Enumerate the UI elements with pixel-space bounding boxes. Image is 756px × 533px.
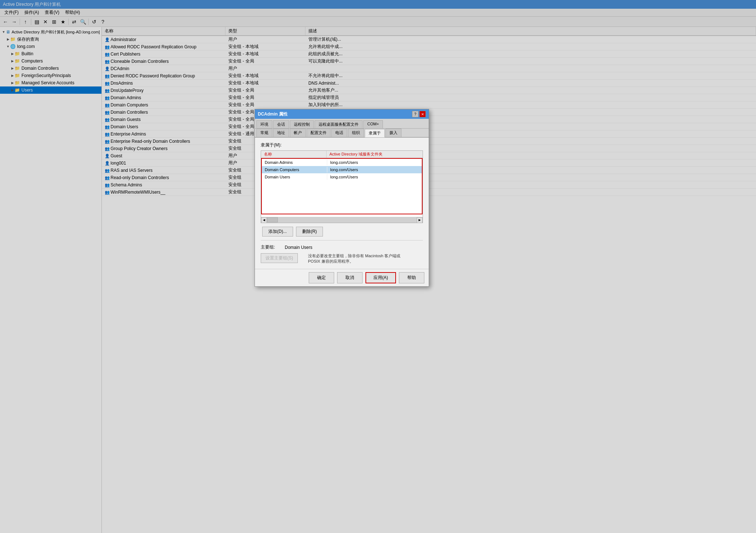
tab-address[interactable]: 地址 bbox=[273, 129, 289, 137]
list-row[interactable]: 👥Denied RODC Password Replication Group … bbox=[102, 72, 756, 80]
title-bar: Active Directory 用户和计算机 bbox=[0, 0, 756, 9]
ok-button[interactable]: 确定 bbox=[309, 272, 334, 283]
cancel-button[interactable]: 取消 bbox=[337, 272, 363, 283]
list-header: 名称 类型 描述 bbox=[102, 27, 756, 36]
header-name[interactable]: 名称 bbox=[102, 27, 225, 35]
list-row[interactable]: 👥Cloneable Domain Controllers 安全组 - 全局 可… bbox=[102, 58, 756, 65]
tab-session[interactable]: 会话 bbox=[273, 120, 289, 128]
list-row[interactable]: 👥Domain Admins 安全组 - 全局 指定的域管理员 bbox=[102, 94, 756, 101]
dialog-title-bar: DCAdmin 属性 ? ✕ bbox=[255, 109, 429, 119]
tab-dialin[interactable]: 拨入 bbox=[385, 129, 401, 137]
up-btn[interactable]: ↑ bbox=[21, 18, 29, 26]
list-cell-name: 👥Domain Controllers bbox=[102, 109, 225, 115]
tree-item-longcom[interactable]: ▼ 🌐 long.com bbox=[0, 43, 101, 50]
list-cell-name: 👤Administrator bbox=[102, 37, 225, 43]
list-cell-desc: DNS Administ... bbox=[305, 80, 756, 86]
list-cell-name: 👥Schema Admins bbox=[102, 182, 225, 188]
list-row[interactable]: 👥Domain Computers 安全组 - 全局 加入到域中的所... bbox=[102, 101, 756, 109]
list-cell-desc: 允许其他客户... bbox=[305, 87, 756, 94]
member-row-1[interactable]: Domain Computers long.com/Users bbox=[262, 166, 422, 173]
list-cell-name: 👥Cert Publishers bbox=[102, 51, 225, 57]
member-data-table: Domain Admins long.com/Users Domain Comp… bbox=[261, 158, 423, 214]
member-table-container: 名称 Active Directory 域服务文件夹 Domain Admins… bbox=[261, 150, 423, 223]
add-button[interactable]: 添加(D)... bbox=[262, 227, 293, 237]
list-row[interactable]: 👥Allowed RODC Password Replication Group… bbox=[102, 43, 756, 51]
list-cell-name: 👥Read-only Domain Controllers bbox=[102, 175, 225, 181]
root-expand-icon: ▼ bbox=[1, 30, 6, 34]
tab-member-of[interactable]: 隶属于 bbox=[365, 129, 385, 137]
tab-phone[interactable]: 电话 bbox=[331, 129, 347, 137]
primary-group-label: 主要组: bbox=[261, 244, 279, 250]
tab-remote-ctrl[interactable]: 远程控制 bbox=[290, 120, 314, 128]
show-hide-btn[interactable]: ▤ bbox=[33, 18, 41, 26]
add-remove-row: 添加(D)... 删除(R) bbox=[261, 227, 423, 237]
delete-btn[interactable]: ✕ bbox=[41, 18, 49, 26]
tab-general[interactable]: 常规 bbox=[256, 129, 272, 137]
tab-account[interactable]: 帐户 bbox=[290, 129, 306, 137]
msa-folder-icon: 📁 bbox=[15, 80, 20, 85]
tree-root[interactable]: ▼ 🖥 Active Directory 用户和计算机 [long-AD.lon… bbox=[0, 28, 101, 36]
list-cell-name: 👥WinRMRemoteWMIUsers__ bbox=[102, 189, 225, 195]
list-row[interactable]: 👤DCAdmin 用户 bbox=[102, 65, 756, 72]
tab-env[interactable]: 环境 bbox=[256, 120, 272, 128]
tree-item-saved[interactable]: ▶ 📁 保存的查询 bbox=[0, 36, 101, 43]
tab-rds-profile[interactable]: 远程桌面服务配置文件 bbox=[315, 120, 363, 128]
tab-profile[interactable]: 配置文件 bbox=[307, 129, 331, 137]
hscroll-right[interactable]: ▶ bbox=[417, 217, 423, 223]
remove-button[interactable]: 删除(R) bbox=[296, 227, 323, 237]
menu-bar: 文件(F) 操作(A) 查看(V) 帮助(H) bbox=[0, 9, 756, 17]
help-button[interactable]: 帮助 bbox=[399, 272, 424, 283]
tree-item-users[interactable]: ▶ 📁 Users bbox=[0, 86, 101, 94]
list-cell-type: 安全组 - 本地域 bbox=[225, 51, 305, 57]
hscroll-track[interactable] bbox=[267, 217, 417, 223]
set-primary-btn[interactable]: 设置主要组(S) bbox=[261, 253, 298, 263]
header-type[interactable]: 类型 bbox=[225, 27, 305, 35]
list-row[interactable]: 👥DnsAdmins 安全组 - 本地域 DNS Administ... bbox=[102, 80, 756, 87]
member-row-2[interactable]: Domain Users long.com/Users bbox=[262, 173, 422, 181]
apply-button[interactable]: 应用(A) bbox=[365, 272, 396, 283]
dialog-tabs-row1: 环境 会话 远程控制 远程桌面服务配置文件 COM+ bbox=[255, 119, 429, 129]
dialog-tabs-row2: 常规 地址 帐户 配置文件 电话 组织 隶属于 拨入 bbox=[255, 129, 429, 138]
tree-item-dc[interactable]: ▶ 📁 Domain Controllers bbox=[0, 65, 101, 72]
hscroll-thumb[interactable] bbox=[267, 217, 278, 222]
tab-org[interactable]: 组织 bbox=[348, 129, 364, 137]
list-row[interactable]: 👥Cert Publishers 安全组 - 本地域 此组的成员被允... bbox=[102, 51, 756, 58]
tab-com[interactable]: COM+ bbox=[363, 120, 383, 128]
dialog-title: DCAdmin 属性 bbox=[258, 111, 288, 117]
dialog-dcadmin[interactable]: DCAdmin 属性 ? ✕ 环境 会话 远程控制 远程桌面服务配置文件 COM… bbox=[255, 109, 429, 287]
dialog-title-btns: ? ✕ bbox=[412, 111, 426, 117]
find-btn[interactable]: 🔍 bbox=[79, 18, 87, 26]
list-row[interactable]: 👤Administrator 用户 管理计算机(域)... bbox=[102, 36, 756, 43]
dialog-close-btn[interactable]: ✕ bbox=[419, 111, 426, 117]
hscroll-left[interactable]: ◀ bbox=[261, 217, 267, 223]
help-btn[interactable]: ? bbox=[99, 18, 107, 26]
dialog-help-icon[interactable]: ? bbox=[412, 111, 419, 117]
list-cell-type: 用户 bbox=[225, 65, 305, 72]
menu-view[interactable]: 查看(V) bbox=[42, 9, 62, 16]
tree-computers-label: Computers bbox=[21, 58, 43, 64]
primary-group-note: 没有必要改变主要组，除非你有 Macintosh 客户端或POSIX 兼容的应用… bbox=[308, 253, 423, 265]
tree-item-computers[interactable]: ▶ 📁 Computers bbox=[0, 57, 101, 65]
tree-root-label: Active Directory 用户和计算机 [long-AD.long.co… bbox=[12, 29, 100, 35]
list-cell-name: 👥Cloneable Domain Controllers bbox=[102, 58, 225, 64]
tree-item-builtin[interactable]: ▶ 📁 Builtin bbox=[0, 50, 101, 57]
new-btn[interactable]: ★ bbox=[59, 18, 67, 26]
tree-item-msa[interactable]: ▶ 📁 Managed Service Accounts bbox=[0, 79, 101, 86]
prop-btn[interactable]: ⊞ bbox=[50, 18, 58, 26]
header-desc[interactable]: 描述 bbox=[305, 27, 756, 35]
menu-help[interactable]: 帮助(H) bbox=[62, 9, 83, 16]
list-cell-name: 👥Enterprise Admins bbox=[102, 131, 225, 137]
sep4 bbox=[88, 19, 89, 25]
list-row[interactable]: 👥DnsUpdateProxy 安全组 - 全局 允许其他客户... bbox=[102, 87, 756, 94]
hscrollbar[interactable]: ◀ ▶ bbox=[261, 217, 423, 223]
tree-item-fsp[interactable]: ▶ 📁 ForeignSecurityPrincipals bbox=[0, 72, 101, 79]
back-btn[interactable]: ← bbox=[1, 18, 9, 26]
menu-action[interactable]: 操作(A) bbox=[21, 9, 42, 16]
refresh-btn[interactable]: ↺ bbox=[90, 18, 98, 26]
col-header-name: 名称 bbox=[261, 151, 327, 158]
forward-btn[interactable]: → bbox=[10, 18, 18, 26]
member-row-0[interactable]: Domain Admins long.com/Users bbox=[262, 159, 422, 166]
move-btn[interactable]: ⇄ bbox=[70, 18, 78, 26]
member-of-label: 隶属于(M): bbox=[261, 142, 423, 148]
menu-file[interactable]: 文件(F) bbox=[1, 9, 21, 16]
